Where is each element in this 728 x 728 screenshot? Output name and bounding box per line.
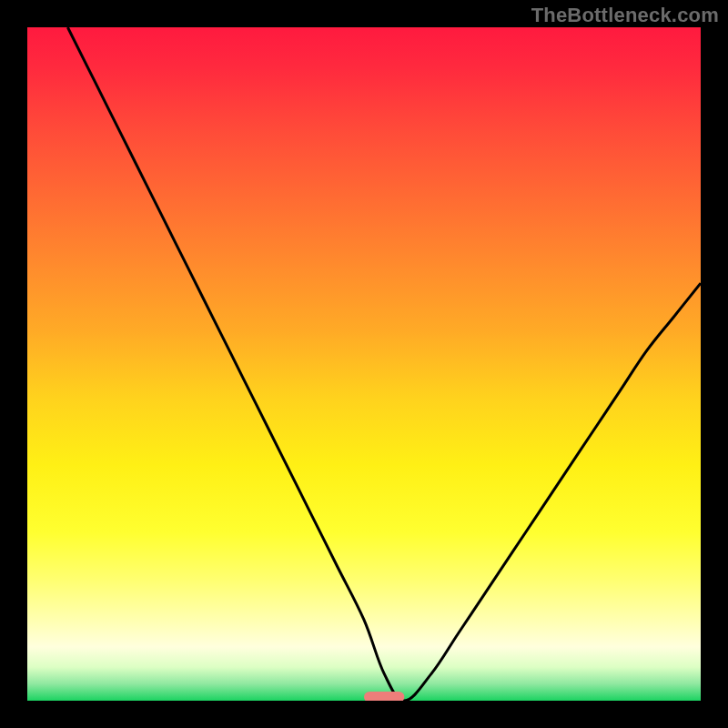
attribution-text: TheBottleneck.com [531, 4, 719, 27]
plot-area [27, 27, 701, 701]
optimal-marker [364, 692, 404, 701]
chart-frame: TheBottleneck.com [0, 0, 728, 728]
bottleneck-chart [27, 27, 701, 701]
gradient-background [27, 27, 701, 701]
